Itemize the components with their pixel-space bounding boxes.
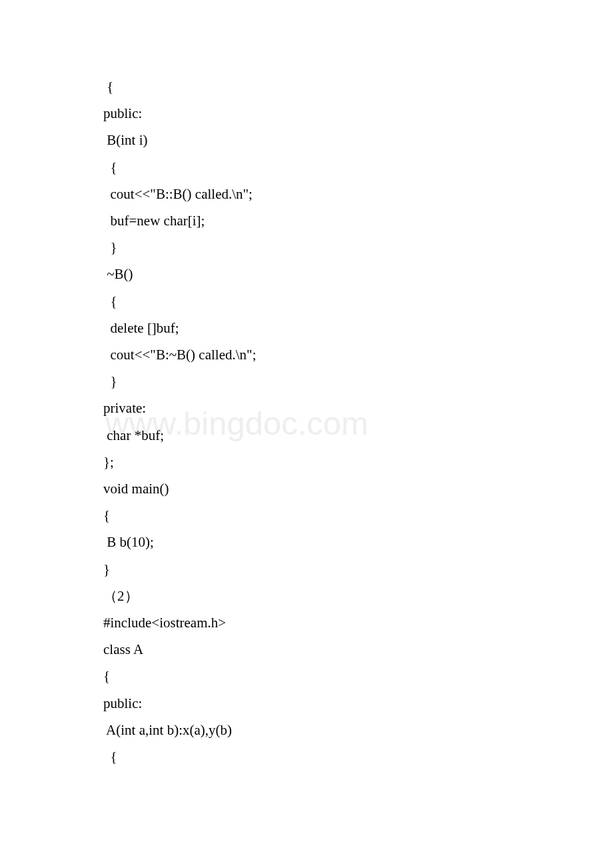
code-line: cout<<"B::B() called.\n"; bbox=[103, 181, 510, 207]
code-line: private: bbox=[103, 395, 510, 421]
code-line: { bbox=[103, 743, 510, 770]
code-line: { bbox=[103, 154, 510, 181]
code-line: cout<<"B:~B() called.\n"; bbox=[103, 341, 510, 368]
code-line: public: bbox=[103, 690, 510, 717]
code-line: class A bbox=[103, 636, 510, 663]
code-line: #include<iostream.h> bbox=[103, 609, 510, 636]
code-line: buf=new char[i]; bbox=[103, 207, 510, 234]
code-line: { bbox=[103, 663, 510, 689]
code-line: { bbox=[103, 502, 510, 529]
code-line: ~B() bbox=[103, 261, 510, 287]
code-line: { bbox=[103, 73, 510, 100]
code-line: B b(10); bbox=[103, 529, 510, 555]
code-line: } bbox=[103, 234, 510, 261]
code-line: public: bbox=[103, 100, 510, 127]
code-line: }; bbox=[103, 449, 510, 475]
code-container: { public: B(int i) { cout<<"B::B() calle… bbox=[0, 0, 613, 823]
code-line: B(int i) bbox=[103, 127, 510, 153]
code-line: delete []buf; bbox=[103, 315, 510, 341]
code-line: } bbox=[103, 368, 510, 395]
code-line: char *buf; bbox=[103, 422, 510, 449]
code-line: } bbox=[103, 556, 510, 583]
code-line: （2） bbox=[103, 583, 510, 609]
code-line: void main() bbox=[103, 475, 510, 502]
code-line: { bbox=[103, 288, 510, 315]
code-line: A(int a,int b):x(a),y(b) bbox=[103, 717, 510, 743]
